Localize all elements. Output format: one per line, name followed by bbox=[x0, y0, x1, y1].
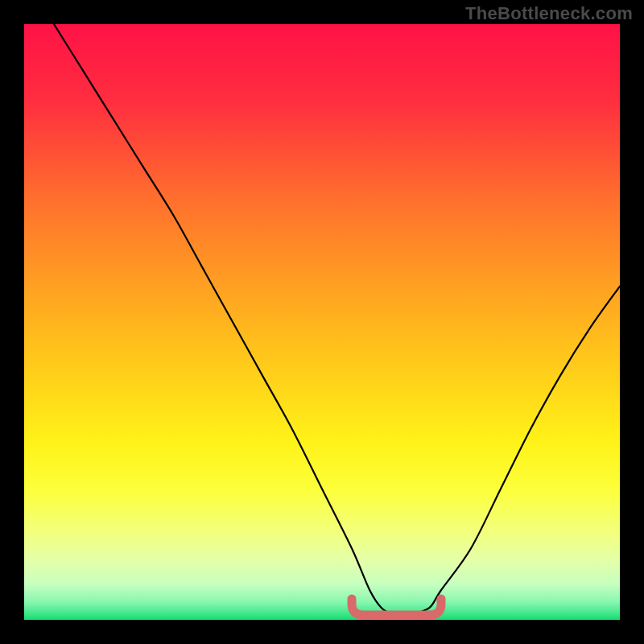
bottleneck-chart bbox=[24, 24, 620, 620]
chart-stage: TheBottleneck.com bbox=[0, 0, 644, 644]
watermark-text: TheBottleneck.com bbox=[465, 3, 633, 24]
gradient-backdrop bbox=[24, 24, 620, 620]
